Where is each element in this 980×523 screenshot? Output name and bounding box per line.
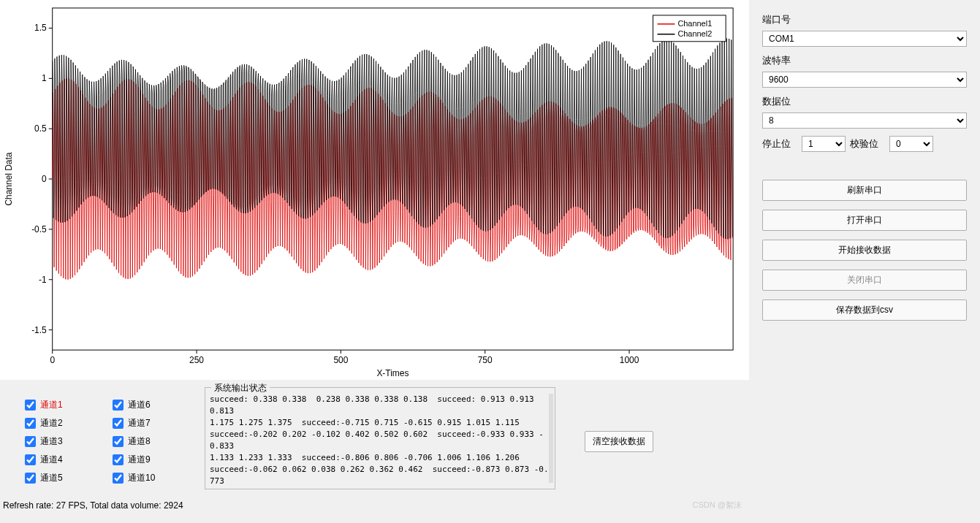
close-port-button[interactable]: 关闭串口: [762, 270, 967, 291]
channel-checkbox-input[interactable]: [25, 418, 36, 429]
channel-checkbox-label: 通道9: [128, 454, 151, 466]
svg-text:-0.5: -0.5: [31, 224, 47, 234]
channel-checkbox-通道7: 通道7: [110, 416, 197, 431]
log-groupbox: 系统输出状态 succeed: 0.338 0.338 0.238 0.338 …: [205, 387, 555, 489]
svg-text:X-Times: X-Times: [376, 368, 409, 378]
channel-checkbox-input[interactable]: [113, 436, 124, 447]
svg-text:1000: 1000: [620, 355, 639, 365]
serial-config-panel: 端口号 COM1 波特率 9600 数据位 8 停止位 1 校验位 0: [749, 0, 980, 523]
baud-select[interactable]: 9600: [762, 72, 967, 88]
channel-checkbox-通道5: 通道5: [22, 470, 110, 486]
svg-text:750: 750: [478, 355, 493, 365]
channel-checkbox-label: 通道2: [40, 417, 63, 430]
channel-checkbox-label: 通道1: [40, 399, 63, 411]
parity-select[interactable]: 0: [889, 136, 933, 152]
channel-checkbox-通道2: 通道2: [22, 416, 110, 431]
port-label: 端口号: [762, 13, 967, 26]
channel-checkbox-input[interactable]: [113, 400, 124, 411]
svg-text:1.5: 1.5: [34, 23, 47, 33]
channel-checkbox-input[interactable]: [25, 473, 36, 484]
svg-text:500: 500: [333, 355, 348, 365]
line-chart: -1.5-1-0.500.511.502505007501000X-TimesC…: [1, 1, 748, 379]
status-bar: Refresh rate: 27 FPS, Total data volume:…: [0, 496, 749, 514]
channel-checkbox-input[interactable]: [113, 454, 124, 465]
channel-checkbox-input[interactable]: [25, 436, 36, 447]
channel-checkbox-通道4: 通道4: [22, 452, 110, 467]
watermark-text: CSDN @絮沫: [693, 500, 742, 511]
log-output: succeed: 0.338 0.338 0.238 0.338 0.338 0…: [205, 388, 555, 489]
svg-text:0: 0: [50, 355, 55, 365]
channel-checkbox-input[interactable]: [113, 473, 124, 484]
status-text: Refresh rate: 27 FPS, Total data volume:…: [3, 500, 183, 511]
log-title: 系统输出状态: [211, 382, 270, 394]
svg-text:Channel Data: Channel Data: [4, 152, 14, 205]
channel-checkbox-通道3: 通道3: [22, 434, 110, 449]
channel-checkbox-label: 通道7: [128, 417, 151, 430]
channel-checkbox-通道1: 通道1: [22, 397, 110, 413]
databits-label: 数据位: [762, 95, 967, 108]
stopbits-select[interactable]: 1: [802, 136, 846, 152]
parity-label: 校验位: [850, 137, 885, 150]
channel-checkbox-input[interactable]: [25, 400, 36, 411]
databits-select[interactable]: 8: [762, 112, 967, 129]
start-recv-button[interactable]: 开始接收数据: [762, 240, 967, 261]
svg-text:-1.5: -1.5: [31, 325, 47, 335]
channel-checkbox-label: 通道4: [40, 454, 63, 466]
port-select[interactable]: COM1: [762, 31, 967, 47]
svg-text:-1: -1: [39, 275, 47, 285]
save-csv-button[interactable]: 保存数据到csv: [762, 299, 967, 321]
channel-checkbox-label: 通道8: [128, 435, 151, 448]
svg-text:0: 0: [42, 174, 47, 184]
svg-text:1: 1: [42, 73, 47, 83]
svg-text:Channel1: Channel1: [677, 19, 712, 28]
svg-text:0.5: 0.5: [34, 123, 47, 134]
channel-checkbox-label: 通道3: [40, 435, 63, 448]
channel-toggle-panel: 通道1通道2通道3通道4通道5 通道6通道7通道8通道9通道10: [0, 387, 205, 496]
channel-checkbox-通道9: 通道9: [110, 452, 197, 467]
channel-checkbox-label: 通道6: [128, 399, 151, 411]
channel-checkbox-通道10: 通道10: [110, 470, 197, 486]
channel-checkbox-通道8: 通道8: [110, 434, 197, 449]
baud-label: 波特率: [762, 54, 967, 67]
channel-checkbox-input[interactable]: [113, 418, 124, 429]
channel-checkbox-通道6: 通道6: [110, 397, 197, 413]
chart-area: -1.5-1-0.500.511.502505007501000X-TimesC…: [0, 0, 749, 380]
log-scrollbar[interactable]: [549, 394, 553, 483]
svg-text:Channel2: Channel2: [677, 29, 712, 38]
clear-recv-button[interactable]: 清空接收数据: [585, 431, 653, 452]
channel-checkbox-input[interactable]: [25, 454, 36, 465]
channel-checkbox-label: 通道5: [40, 472, 63, 484]
open-port-button[interactable]: 打开串口: [762, 210, 967, 231]
svg-text:250: 250: [189, 355, 204, 365]
refresh-port-button[interactable]: 刷新串口: [762, 180, 967, 201]
channel-checkbox-label: 通道10: [128, 472, 155, 484]
stopbits-label: 停止位: [762, 137, 797, 150]
